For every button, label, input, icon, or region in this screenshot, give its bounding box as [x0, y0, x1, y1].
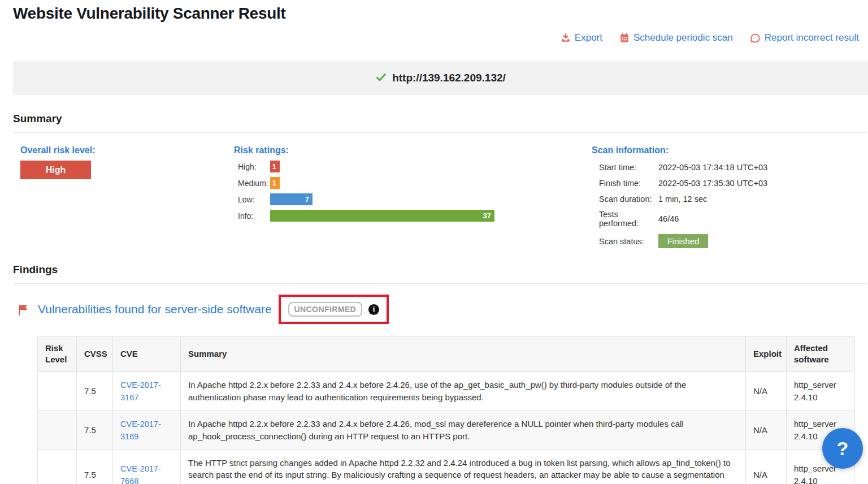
col-header-cve: CVE [113, 337, 181, 372]
scan-info-row: Finish time: 2022-05-03 17:35:30 UTC+03 [599, 178, 767, 188]
risk-ratings-chart: High: 1 Medium: 1 Low: 7 Info: 37 [234, 161, 494, 222]
schedule-scan-button[interactable]: Schedule periodic scan [619, 32, 733, 44]
page-title: Website Vulnerability Scanner Result [13, 5, 285, 23]
overall-risk-block: Overall risk level: High [20, 145, 96, 179]
scan-information-label: Scan information: [592, 145, 767, 155]
unconfirmed-badge: UNCONFIRMED [288, 302, 362, 317]
col-header-exploit: Exploit [746, 337, 787, 372]
download-icon [561, 33, 571, 43]
page: Website Vulnerability Scanner Result Exp… [0, 0, 868, 484]
scan-info-row: Tests performed: 46/46 [599, 210, 767, 228]
annotation-highlight-box: UNCONFIRMED i [279, 295, 389, 324]
findings-heading: Findings [13, 263, 866, 284]
col-header-risk-level: Risk Level [38, 337, 77, 372]
cve-cell: CVE-2017-7668 [113, 450, 181, 484]
affected-software-cell: http_server 2.4.10 [787, 371, 855, 410]
rating-row-medium: Medium: 1 [234, 177, 494, 189]
chat-bubble-icon [750, 33, 761, 44]
scan-info-row: Scan duration: 1 min, 12 sec [599, 194, 767, 204]
report-incorrect-label: Report incorrect result [765, 32, 859, 44]
rating-bar-high: 1 [270, 161, 280, 172]
info-icon[interactable]: i [368, 304, 379, 315]
summary-cell: In Apache httpd 2.2.x before 2.2.33 and … [181, 371, 746, 410]
rating-label: Info: [234, 211, 270, 221]
rating-row-high: High: 1 [234, 161, 494, 172]
cve-link[interactable]: CVE-2017-7668 [120, 464, 161, 484]
scan-info-value: 2022-05-03 17:34:18 UTC+03 [658, 163, 767, 172]
scanned-url-banner: http://139.162.209.132/ [13, 61, 868, 95]
risk-level-cell [38, 371, 77, 410]
risk-ratings-label: Risk ratings: [234, 145, 494, 155]
export-label: Export [575, 32, 602, 44]
rating-label: Low: [234, 195, 270, 204]
cvss-cell: 7.5 [77, 410, 113, 450]
scan-info-value: 2022-05-03 17:35:30 UTC+03 [658, 179, 767, 188]
rating-label: Medium: [234, 179, 270, 188]
col-header-affected-software: Affected software [787, 337, 855, 372]
col-header-summary: Summary [181, 337, 746, 372]
scanned-url: http://139.162.209.132/ [392, 72, 506, 84]
rating-bar-medium: 1 [270, 177, 280, 189]
cve-link[interactable]: CVE-2017-3169 [120, 420, 161, 441]
col-header-cvss: CVSS [77, 337, 113, 372]
rating-label: High: [234, 162, 270, 171]
rating-bar-info: 37 [270, 210, 494, 222]
scan-information-block: Scan information: Start time: 2022-05-03… [592, 145, 767, 254]
scan-status-badge: Finished [658, 234, 708, 248]
overall-risk-badge: High [20, 161, 91, 179]
scan-info-key: Scan status: [599, 237, 658, 246]
summary-cell: In Apache httpd 2.2.x before 2.2.33 and … [181, 410, 746, 450]
finding-section-title[interactable]: Vulnerabilities found for server-side so… [38, 302, 272, 316]
help-button[interactable]: ? [822, 428, 863, 469]
rating-row-low: Low: 7 [234, 193, 494, 205]
table-row: 7.5 CVE-2017-3167 In Apache httpd 2.2.x … [38, 371, 855, 410]
exploit-cell: N/A [746, 371, 787, 410]
cvss-cell: 7.5 [77, 371, 113, 410]
report-incorrect-button[interactable]: Report incorrect result [750, 32, 859, 44]
summary-cell: The HTTP strict parsing changes added in… [181, 450, 746, 484]
schedule-scan-label: Schedule periodic scan [633, 32, 733, 44]
scan-status-row: Scan status: Finished [599, 234, 767, 248]
scan-info-key: Scan duration: [599, 195, 658, 204]
scan-info-value: 46/46 [658, 214, 679, 223]
scan-info-row: Start time: 2022-05-03 17:34:18 UTC+03 [599, 162, 767, 172]
exploit-cell: N/A [746, 450, 787, 484]
scan-information-rows: Start time: 2022-05-03 17:34:18 UTC+03 F… [592, 162, 767, 248]
finding-section-header: Vulnerabilities found for server-side so… [17, 295, 389, 324]
summary-body: Overall risk level: High Risk ratings: H… [13, 141, 866, 243]
cvss-cell: 7.5 [77, 450, 113, 484]
risk-level-cell [38, 410, 77, 450]
cve-cell: CVE-2017-3167 [113, 371, 181, 410]
export-button[interactable]: Export [561, 32, 602, 44]
flag-icon [17, 303, 29, 319]
findings-table: Risk Level CVSS CVE Summary Exploit Affe… [37, 336, 855, 484]
table-row: 7.5 CVE-2017-3169 In Apache httpd 2.2.x … [38, 410, 855, 450]
cve-cell: CVE-2017-3169 [113, 410, 181, 450]
toolbar-actions: Export Schedule periodic scan Report inc… [561, 32, 859, 44]
exploit-cell: N/A [746, 410, 787, 450]
overall-risk-label: Overall risk level: [20, 145, 96, 155]
cve-link[interactable]: CVE-2017-3167 [120, 381, 161, 402]
risk-ratings-block: Risk ratings: High: 1 Medium: 1 Low: 7 I… [234, 145, 494, 226]
rating-bar-low: 7 [270, 193, 313, 205]
check-icon [375, 71, 387, 85]
table-row: 7.5 CVE-2017-7668 The HTTP strict parsin… [38, 450, 855, 484]
rating-row-info: Info: 37 [234, 210, 494, 222]
scan-info-key: Tests performed: [599, 210, 658, 228]
table-header-row: Risk Level CVSS CVE Summary Exploit Affe… [38, 337, 855, 372]
summary-heading: Summary [13, 113, 866, 133]
scan-info-key: Finish time: [599, 179, 658, 188]
calendar-icon [619, 33, 630, 43]
risk-level-cell [38, 450, 77, 484]
scan-info-value: 1 min, 12 sec [658, 195, 707, 204]
scan-info-key: Start time: [599, 163, 658, 172]
